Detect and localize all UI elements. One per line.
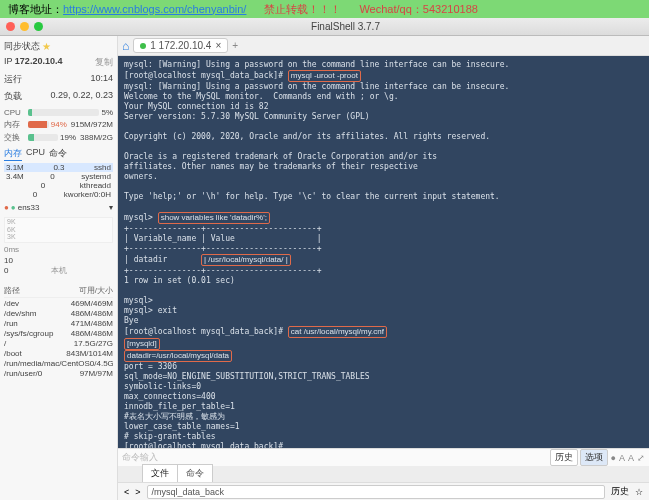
add-tab-button[interactable]: + xyxy=(232,40,238,51)
net-iface: ens33 xyxy=(18,203,40,212)
mem-pct: 94% xyxy=(51,120,67,129)
tab-memory[interactable]: 内存 xyxy=(4,147,22,161)
contact-label: Wechat/qq： xyxy=(359,3,422,15)
contact-id: 543210188 xyxy=(423,3,478,15)
sync-status-label: 同步状态 xyxy=(4,40,40,53)
sidebar-panel: 同步状态 ★ IP 172.20.10.4复制 运行10:14 负载0.29, … xyxy=(0,36,118,500)
load-value: 0.29, 0.22, 0.23 xyxy=(50,90,113,103)
disk-row: /dev/shm486M/486M xyxy=(4,308,113,318)
copy-button[interactable]: 复制 xyxy=(95,56,113,69)
close-tab-icon[interactable]: × xyxy=(215,40,221,51)
window-title: FinalShell 3.7.7 xyxy=(48,21,643,32)
blog-label: 博客地址： xyxy=(8,3,63,15)
fullscreen-icon[interactable]: ⤢ xyxy=(637,453,645,463)
tab-commands[interactable]: 命令 xyxy=(177,464,213,482)
history-dropdown[interactable]: 历史 xyxy=(611,485,629,498)
cpu-label: CPU xyxy=(4,108,26,117)
uptime-value: 10:14 xyxy=(90,73,113,86)
forward-button[interactable]: > xyxy=(135,487,140,497)
blog-url[interactable]: https://www.cnblogs.com/chenyanbin/ xyxy=(63,3,246,15)
back-button[interactable]: < xyxy=(124,487,129,497)
disk-row: /run/user/097M/97M xyxy=(4,368,113,378)
path-input[interactable]: /mysql_data_back xyxy=(147,485,605,499)
swap-label: 交换 xyxy=(4,132,26,143)
status-bullet-icon xyxy=(140,43,146,49)
history-button[interactable]: 历史 xyxy=(550,449,578,466)
cpu-pct: 5% xyxy=(101,108,113,117)
disk-row: /sys/fs/cgroup486M/486M xyxy=(4,328,113,338)
disk-row: /run/media/mac/CentOS0/4.5G xyxy=(4,358,113,368)
session-tab[interactable]: 1 172.20.10.4× xyxy=(133,38,228,53)
options-button[interactable]: 选项 xyxy=(580,449,608,466)
disk-row: /17.5G/27G xyxy=(4,338,113,348)
ip-label: IP xyxy=(4,56,12,66)
uptime-label: 运行 xyxy=(4,73,22,86)
tab-cmd[interactable]: 命令 xyxy=(49,147,67,161)
close-icon[interactable] xyxy=(6,22,15,31)
proc-row[interactable]: 3.4M0systemd xyxy=(4,172,113,181)
tab-bar: ⌂ 1 172.20.10.4× + xyxy=(118,36,649,56)
font-bigger-icon[interactable]: A xyxy=(628,453,634,463)
local-label: 本机 xyxy=(51,266,67,275)
terminal-output[interactable]: mysql: [Warning] Using a password on the… xyxy=(118,56,649,448)
bookmark-icon[interactable]: ☆ xyxy=(635,487,643,497)
proc-row[interactable]: 3.1M0.3sshd xyxy=(4,163,113,172)
maximize-icon[interactable] xyxy=(34,22,43,31)
ip-value: 172.20.10.4 xyxy=(15,56,63,66)
swap-pct: 19% xyxy=(60,133,76,142)
tab-label: 1 172.20.10.4 xyxy=(150,40,211,51)
top-banner: 博客地址：https://www.cnblogs.com/chenyanbin/… xyxy=(0,0,649,18)
tab-cpu[interactable]: CPU xyxy=(26,147,45,161)
mem-val: 915M/972M xyxy=(71,120,113,129)
disk-row: /run471M/486M xyxy=(4,318,113,328)
command-input[interactable]: 命令输入 xyxy=(122,451,548,464)
no-repost-warning: 禁止转载！！！ xyxy=(264,2,341,17)
proc-row[interactable]: 0kworker/0:0H xyxy=(4,190,113,199)
disk-path-header: 路径 xyxy=(4,285,20,296)
file-nav: < > /mysql_data_back 历史 ☆ xyxy=(118,482,649,500)
net-graph: 9K 6K 3K xyxy=(4,217,113,243)
proc-row[interactable]: 0kthreadd xyxy=(4,181,113,190)
tab-files[interactable]: 文件 xyxy=(142,464,178,482)
disk-row: /dev469M/469M xyxy=(4,298,113,308)
minimize-icon[interactable] xyxy=(20,22,29,31)
disk-row: /boot843M/1014M xyxy=(4,348,113,358)
home-icon[interactable]: ⌂ xyxy=(122,39,129,53)
swap-val: 388M/2G xyxy=(80,133,113,142)
window-titlebar: FinalShell 3.7.7 xyxy=(0,18,649,36)
disk-size-header: 可用/大小 xyxy=(79,285,113,296)
file-tabs: 文件 命令 xyxy=(118,466,649,482)
mem-label: 内存 xyxy=(4,119,26,130)
dot-icon[interactable]: ● xyxy=(611,453,616,463)
star-icon[interactable]: ★ xyxy=(42,41,51,52)
load-label: 负载 xyxy=(4,90,22,103)
font-smaller-icon[interactable]: A xyxy=(619,453,625,463)
